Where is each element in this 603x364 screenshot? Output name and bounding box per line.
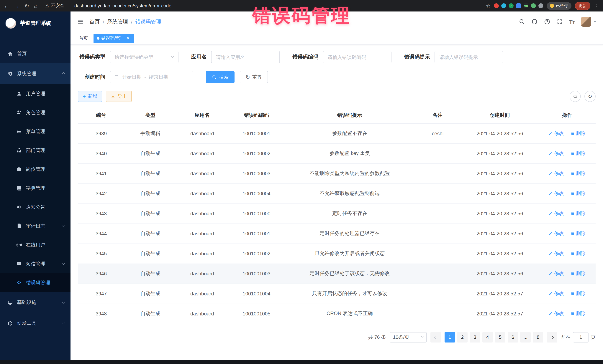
- error-type-select[interactable]: 请选择错误码类型: [110, 51, 178, 63]
- cell-type: 自动生成: [125, 184, 176, 203]
- github-icon[interactable]: [531, 19, 537, 25]
- cell-msg: 参数配置不存在: [285, 123, 415, 143]
- delete-link[interactable]: 删除: [570, 150, 586, 157]
- sidebar-item-devtools[interactable]: 研发工具: [0, 313, 70, 334]
- delete-link[interactable]: 删除: [570, 230, 586, 237]
- extension-dark-on-icon[interactable]: on: [524, 3, 528, 8]
- delete-link[interactable]: 删除: [570, 190, 586, 197]
- pagination-page-5[interactable]: 5: [495, 332, 505, 342]
- help-icon[interactable]: [544, 19, 550, 25]
- breadcrumb-item-home[interactable]: 首页: [89, 18, 100, 25]
- toggle-search-button[interactable]: [570, 91, 581, 102]
- sidebar-item-posts[interactable]: 岗位管理: [0, 160, 70, 179]
- tab-home[interactable]: 首页: [76, 33, 91, 43]
- edit-link[interactable]: 修改: [549, 310, 564, 317]
- pagination-page-2[interactable]: 2: [457, 332, 468, 342]
- home-button-icon[interactable]: ⌂: [34, 3, 37, 9]
- extension-blue-icon[interactable]: [516, 3, 521, 8]
- hamburger-icon[interactable]: [77, 19, 83, 25]
- delete-link[interactable]: 删除: [570, 210, 586, 217]
- cell-actions: 修改 删除: [539, 304, 596, 324]
- pagination-prev-button[interactable]: [430, 332, 441, 342]
- sidebar-item-home[interactable]: 首页: [0, 44, 70, 63]
- sidebar-item-departments[interactable]: 部门管理: [0, 141, 70, 160]
- fullscreen-icon[interactable]: [557, 19, 563, 25]
- table-row: 3945 自动生成 dashboard 1001001002 只允许修改为开启或…: [78, 243, 596, 264]
- reset-button[interactable]: ↻ 重置: [240, 71, 268, 83]
- pagination-page-3[interactable]: 3: [470, 332, 480, 342]
- edit-link[interactable]: 修改: [549, 290, 564, 297]
- sidebar-item-users[interactable]: 用户管理: [0, 84, 70, 103]
- table-row: 3946 自动生成 dashboard 1001001003 定时任务已经处于该…: [78, 264, 596, 284]
- edit-link[interactable]: 修改: [549, 130, 564, 137]
- home-icon: [7, 51, 13, 56]
- sidebar-item-audit-log[interactable]: 审计日志: [0, 217, 70, 235]
- sidebar-item-dictionaries[interactable]: 字典管理: [0, 179, 70, 198]
- sidebar-item-system[interactable]: 系统管理: [0, 63, 70, 84]
- cell-time: 2021-04-20 23:52:56: [461, 264, 539, 284]
- edit-link[interactable]: 修改: [549, 270, 564, 277]
- sidebar-item-sms[interactable]: 短信管理: [0, 254, 70, 273]
- app-name-input[interactable]: [211, 51, 280, 63]
- edit-link[interactable]: 修改: [549, 230, 564, 237]
- edit-link[interactable]: 修改: [549, 170, 564, 177]
- add-button[interactable]: + 新增: [78, 91, 102, 102]
- page-size-select[interactable]: 10条/页: [390, 332, 427, 342]
- delete-link[interactable]: 删除: [570, 250, 586, 257]
- update-button[interactable]: 更新: [575, 2, 590, 10]
- sidebar-item-infrastructure[interactable]: 基础设施: [0, 292, 70, 313]
- search-button[interactable]: 搜索: [206, 71, 234, 83]
- pagination-next-button[interactable]: [547, 332, 557, 342]
- pagination-page-1[interactable]: 1: [445, 332, 455, 342]
- extension-green-icon[interactable]: [531, 3, 536, 8]
- extension-teal-icon[interactable]: [501, 3, 506, 8]
- forward-icon[interactable]: →: [14, 3, 20, 9]
- error-msg-input[interactable]: [435, 51, 503, 63]
- back-icon[interactable]: ←: [4, 3, 9, 9]
- sidebar-item-announcements[interactable]: 通知公告: [0, 198, 70, 217]
- delete-link[interactable]: 删除: [570, 290, 586, 297]
- logo-avatar: [5, 18, 16, 29]
- sidebar-item-error-code[interactable]: 错误码管理: [0, 273, 70, 292]
- date-range-picker[interactable]: 开始日期 - 结束日期: [110, 71, 193, 83]
- url-text[interactable]: dashboard.yudao.iocoder.cn/system/error-…: [74, 3, 172, 8]
- pagination-page-4[interactable]: 4: [482, 332, 493, 342]
- pagination-page-6[interactable]: 6: [508, 332, 518, 342]
- extension-red-icon[interactable]: [494, 3, 499, 8]
- goto-page-input[interactable]: [573, 332, 589, 342]
- export-button[interactable]: 导出: [106, 91, 132, 102]
- search-icon[interactable]: [519, 19, 525, 25]
- extension-pin-icon[interactable]: [538, 3, 543, 8]
- edit-link[interactable]: 修改: [549, 190, 564, 197]
- table-row: 3941 自动生成 dashboard 1001000003 不能删除类型为系统…: [78, 164, 596, 184]
- user-menu[interactable]: [581, 17, 596, 27]
- edit-link[interactable]: 修改: [549, 250, 564, 257]
- sidebar-item-roles[interactable]: 角色管理: [0, 103, 70, 122]
- pagination-page-8[interactable]: 8: [533, 332, 543, 342]
- filter-label-app: 应用名: [191, 54, 207, 60]
- pagination-more-button[interactable]: ...: [520, 332, 531, 342]
- sms-icon: [16, 261, 22, 266]
- error-code-input[interactable]: [323, 51, 392, 63]
- font-size-icon[interactable]: TT: [569, 19, 575, 25]
- refresh-table-button[interactable]: ↻: [584, 91, 596, 102]
- gear-icon: [7, 71, 13, 77]
- delete-link[interactable]: 删除: [570, 170, 586, 177]
- edit-link[interactable]: 修改: [549, 150, 564, 157]
- delete-link[interactable]: 删除: [570, 310, 586, 317]
- sidebar-item-menus[interactable]: 菜单管理: [0, 122, 70, 141]
- breadcrumb-item-system[interactable]: 系统管理: [107, 18, 128, 25]
- security-chip[interactable]: ⚠ 不安全: [45, 3, 64, 9]
- reload-icon[interactable]: ↻: [24, 3, 29, 9]
- delete-link[interactable]: 删除: [570, 130, 586, 137]
- cell-remark: [414, 243, 461, 264]
- tab-close-icon[interactable]: ×: [126, 36, 131, 41]
- kebab-menu-icon[interactable]: ⋮: [594, 3, 599, 9]
- paused-badge[interactable]: 已暂停: [547, 2, 571, 10]
- delete-link[interactable]: 删除: [570, 270, 586, 277]
- sidebar-item-online-users[interactable]: 在线用户: [0, 235, 70, 254]
- bookmark-star-icon[interactable]: ☆: [486, 3, 491, 8]
- tab-error-code[interactable]: 错误码管理 ×: [93, 33, 134, 43]
- extension-green-check-icon[interactable]: ✓: [509, 3, 514, 8]
- edit-link[interactable]: 修改: [549, 210, 564, 217]
